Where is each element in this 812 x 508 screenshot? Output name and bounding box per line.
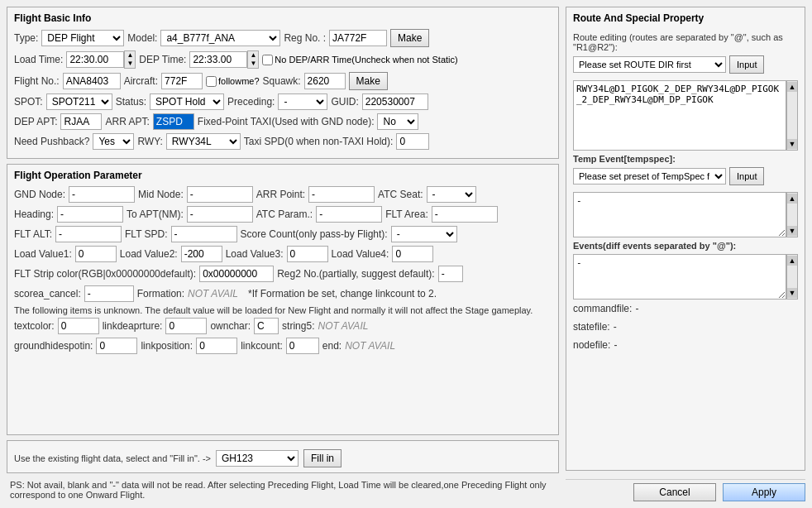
textcolor-input[interactable] xyxy=(58,318,99,334)
followme-label[interactable]: followme? xyxy=(206,76,260,87)
flt-alt-label: FLT ALT: xyxy=(14,228,52,240)
dep-apt-label: DEP APT: xyxy=(14,116,57,127)
type-label: Type: xyxy=(14,32,38,44)
aircraft-input[interactable] xyxy=(161,73,203,89)
followme-checkbox[interactable] xyxy=(206,76,217,87)
score-count-select[interactable]: - xyxy=(391,226,457,242)
flt-strip-input[interactable] xyxy=(199,266,274,282)
flt-alt-input[interactable] xyxy=(55,226,122,242)
flight-op-param-title: Flight Operation Parameter xyxy=(14,170,552,181)
gnd-node-input[interactable] xyxy=(69,186,135,203)
load-value3-input[interactable] xyxy=(287,246,328,262)
statefile-value: - xyxy=(614,321,617,333)
flt-area-input[interactable] xyxy=(432,206,498,223)
arr-point-input[interactable] xyxy=(308,186,375,203)
heading-input[interactable] xyxy=(57,206,123,223)
spot-label: SPOT: xyxy=(14,96,43,108)
end-value: NOT AVAIL xyxy=(345,340,395,352)
events-content-textarea[interactable] xyxy=(573,254,786,300)
flt-area-label: FLT Area: xyxy=(385,208,428,220)
type-select[interactable]: DEP Flight xyxy=(41,30,124,46)
load-time-label: Load Time: xyxy=(14,54,63,65)
flight-no-input[interactable] xyxy=(63,73,121,89)
no-dep-arr-label[interactable]: No DEP/ARR Time(Uncheck when not Static) xyxy=(262,55,457,65)
load-value1-label: Load Value1: xyxy=(14,248,72,260)
dep-time-up[interactable]: ▲ xyxy=(248,51,258,60)
load-time-down[interactable]: ▼ xyxy=(125,60,135,68)
atc-seat-select[interactable]: - xyxy=(427,186,476,203)
route-dir-select[interactable]: Please set ROUTE DIR first xyxy=(573,56,726,73)
formation-note: *If Formation be set, change linkcount t… xyxy=(248,288,437,300)
textcolor-label: textcolor: xyxy=(14,320,55,332)
route-scroll-down[interactable]: ▼ xyxy=(787,139,797,149)
preceding-select[interactable]: - xyxy=(278,93,327,110)
fill-select[interactable]: GH123 xyxy=(216,450,299,467)
spot-select[interactable]: SPOT211 xyxy=(46,93,112,110)
reg-no-input[interactable] xyxy=(329,30,387,46)
need-pushback-label: Need Pushback? xyxy=(14,136,89,147)
load-value4-label: Load Value4: xyxy=(332,248,389,260)
end-label: end: xyxy=(322,340,342,352)
ownchar-input[interactable] xyxy=(254,318,279,334)
fixed-point-select[interactable]: No xyxy=(377,113,418,130)
load-time-input[interactable] xyxy=(66,51,124,68)
statefile-label: statefile: xyxy=(573,321,610,333)
arr-apt-label: ARR APT: xyxy=(105,116,149,127)
rwy-select[interactable]: RWY34L xyxy=(166,133,241,150)
followme-text: followme? xyxy=(218,76,260,86)
taxi-spd-input[interactable] xyxy=(396,133,429,150)
load-time-up[interactable]: ▲ xyxy=(125,51,135,60)
cancel-button[interactable]: Cancel xyxy=(633,483,716,501)
events-title: Events(diff events separated by "@"): xyxy=(573,241,798,251)
fill-button[interactable]: Fill in xyxy=(303,449,342,467)
load-value2-input[interactable] xyxy=(181,246,222,262)
temp-event-content-textarea[interactable] xyxy=(573,192,786,237)
fixed-point-label: Fixed-Point TAXI(Used with GND node): xyxy=(198,116,375,127)
dep-time-down[interactable]: ▼ xyxy=(248,60,258,68)
no-dep-arr-text: No DEP/ARR Time(Uncheck when not Static) xyxy=(275,55,457,65)
need-pushback-select[interactable]: Yes xyxy=(93,133,134,150)
nodefile-value: - xyxy=(614,339,617,351)
status-label: Status: xyxy=(116,96,146,108)
status-select[interactable]: SPOT Hold xyxy=(150,93,224,110)
scorea-cancel-input[interactable] xyxy=(84,285,134,302)
model-select[interactable]: a4_B777f_ANA xyxy=(160,30,280,46)
make-button2[interactable]: Make xyxy=(349,72,388,90)
taxi-spd-label: Taxi SPD(0 when non-TAXI Hold): xyxy=(244,136,394,147)
flt-spd-input[interactable] xyxy=(171,226,237,242)
linkposition-label: linkposition: xyxy=(141,340,193,352)
route-input-button[interactable]: Input xyxy=(729,55,764,74)
temp-event-scroll-up[interactable]: ▲ xyxy=(787,194,797,204)
guid-input[interactable] xyxy=(362,93,428,110)
mid-node-input[interactable] xyxy=(187,186,253,203)
dep-time-input[interactable] xyxy=(189,51,247,68)
guid-label: GUID: xyxy=(331,96,358,108)
no-dep-arr-checkbox[interactable] xyxy=(262,55,273,65)
linkdep-label: linkdeaprture: xyxy=(103,320,163,332)
events-scroll-up[interactable]: ▲ xyxy=(787,256,797,266)
linkcount-input[interactable] xyxy=(286,338,319,354)
groundhide-input[interactable] xyxy=(96,338,137,354)
load-value4-input[interactable] xyxy=(392,246,433,262)
linkposition-input[interactable] xyxy=(196,338,237,354)
atc-param-input[interactable] xyxy=(316,206,382,223)
to-apt-input[interactable] xyxy=(187,206,253,223)
aircraft-label: Aircraft: xyxy=(124,75,158,87)
temp-event-scroll-down[interactable]: ▼ xyxy=(787,226,797,236)
arr-apt-input[interactable] xyxy=(153,113,194,130)
route-special-title: Route And Special Property xyxy=(573,12,798,24)
temp-event-select[interactable]: Please set preset of TempSpec firs xyxy=(573,168,726,185)
squawk-input[interactable] xyxy=(304,73,346,89)
dep-apt-input[interactable] xyxy=(60,113,102,130)
nodefile-label: nodefile: xyxy=(573,339,610,351)
linkdep-input[interactable] xyxy=(165,318,207,334)
route-content-textarea[interactable] xyxy=(573,80,786,151)
to-apt-label: To APT(NM): xyxy=(127,208,184,220)
reg2-input[interactable] xyxy=(438,266,463,282)
temp-event-input-button[interactable]: Input xyxy=(729,167,764,185)
make-button[interactable]: Make xyxy=(390,29,429,47)
apply-button[interactable]: Apply xyxy=(723,483,805,501)
route-scroll-up[interactable]: ▲ xyxy=(787,82,797,92)
load-value1-input[interactable] xyxy=(75,246,117,262)
events-scroll-down[interactable]: ▼ xyxy=(787,288,797,298)
